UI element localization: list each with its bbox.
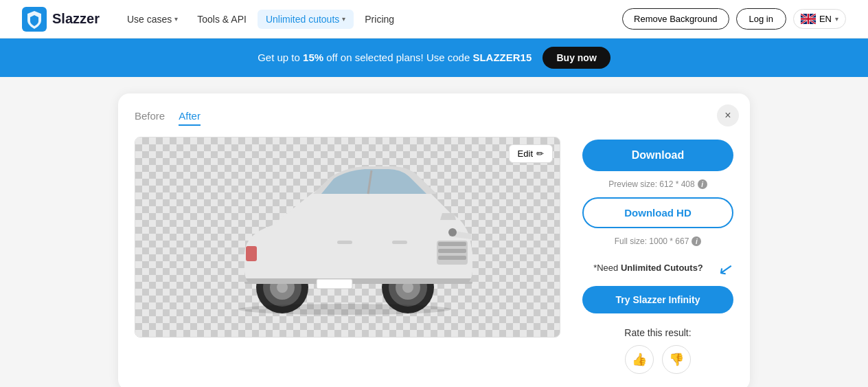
flag-icon bbox=[801, 14, 816, 24]
svg-rect-18 bbox=[246, 246, 257, 261]
lang-label: EN bbox=[819, 14, 832, 24]
svg-rect-16 bbox=[337, 241, 352, 244]
svg-rect-14 bbox=[438, 256, 466, 260]
nav-item-tools-api[interactable]: Tools & API bbox=[189, 10, 255, 29]
rate-section: Rate this result: 👍 👎 bbox=[582, 327, 733, 374]
svg-rect-13 bbox=[438, 249, 466, 253]
login-button[interactable]: Log in bbox=[736, 8, 786, 30]
info-icon[interactable]: i bbox=[692, 236, 701, 246]
thumbs-down-button[interactable]: 👎 bbox=[662, 345, 691, 374]
car-image-wrapper bbox=[135, 137, 560, 337]
nav-item-pricing[interactable]: Pricing bbox=[356, 10, 402, 29]
nav-item-use-cases[interactable]: Use cases ▾ bbox=[119, 10, 186, 29]
svg-rect-12 bbox=[438, 242, 466, 246]
rate-label: Rate this result: bbox=[582, 327, 733, 338]
chevron-down-icon: ▾ bbox=[835, 15, 838, 23]
main-content: × Before After bbox=[0, 77, 868, 387]
info-icon[interactable]: i bbox=[698, 179, 707, 189]
chevron-down-icon: ▾ bbox=[342, 15, 345, 23]
nav-links: Use cases ▾ Tools & API Unlimited cutout… bbox=[119, 10, 603, 29]
tab-after[interactable]: After bbox=[179, 110, 201, 126]
result-card: × Before After bbox=[118, 93, 750, 387]
svg-rect-19 bbox=[244, 278, 472, 284]
edit-button[interactable]: Edit ✏ bbox=[509, 144, 553, 163]
logo-link[interactable]: Slazzer bbox=[22, 7, 100, 32]
image-container: Edit ✏ bbox=[135, 137, 560, 338]
logo-text: Slazzer bbox=[52, 11, 100, 27]
buy-now-button[interactable]: Buy now bbox=[542, 47, 610, 69]
nav-item-unlimited-cutouts[interactable]: Unlimited cutouts ▾ bbox=[258, 10, 354, 29]
svg-rect-20 bbox=[317, 279, 352, 289]
thumbs-up-button[interactable]: 👍 bbox=[625, 345, 654, 374]
logo-icon bbox=[22, 7, 47, 32]
thumbs-up-icon: 👍 bbox=[632, 352, 647, 367]
navbar: Slazzer Use cases ▾ Tools & API Unlimite… bbox=[0, 0, 868, 38]
need-unlimited-text: *Need Unlimited Cutouts? bbox=[582, 263, 714, 273]
image-area: Edit ✏ bbox=[135, 137, 560, 338]
svg-rect-17 bbox=[392, 241, 407, 244]
svg-point-15 bbox=[448, 228, 457, 236]
promo-banner: Get up to 15% off on selected plans! Use… bbox=[0, 38, 868, 77]
close-button[interactable]: × bbox=[717, 104, 739, 126]
full-size-info: Full size: 1000 * 667 i bbox=[582, 236, 733, 246]
preview-size-info: Preview size: 612 * 408 i bbox=[582, 179, 733, 189]
promo-text: Get up to 15% off on selected plans! Use… bbox=[258, 52, 534, 63]
remove-background-button[interactable]: Remove Background bbox=[622, 8, 729, 30]
rate-buttons: 👍 👎 bbox=[582, 345, 733, 374]
right-panel: Download Preview size: 612 * 408 i Downl… bbox=[582, 137, 733, 374]
thumbs-down-icon: 👎 bbox=[669, 352, 684, 367]
arrow-icon: ↙ bbox=[717, 258, 735, 278]
tabs: Before After bbox=[135, 110, 733, 126]
download-hd-button[interactable]: Download HD bbox=[582, 197, 733, 228]
language-selector[interactable]: EN ▾ bbox=[793, 9, 846, 29]
chevron-down-icon: ▾ bbox=[174, 15, 178, 23]
try-slazzer-infinity-button[interactable]: Try Slazzer Infinity bbox=[582, 286, 733, 313]
download-button[interactable]: Download bbox=[582, 140, 733, 171]
nav-right: Remove Background Log in EN ▾ bbox=[622, 8, 846, 30]
content-columns: Edit ✏ Download Preview size: 612 * 408 … bbox=[135, 137, 733, 374]
pencil-icon: ✏ bbox=[536, 148, 544, 159]
car-image bbox=[217, 151, 478, 316]
tab-before[interactable]: Before bbox=[135, 110, 165, 126]
svg-point-21 bbox=[238, 304, 451, 315]
